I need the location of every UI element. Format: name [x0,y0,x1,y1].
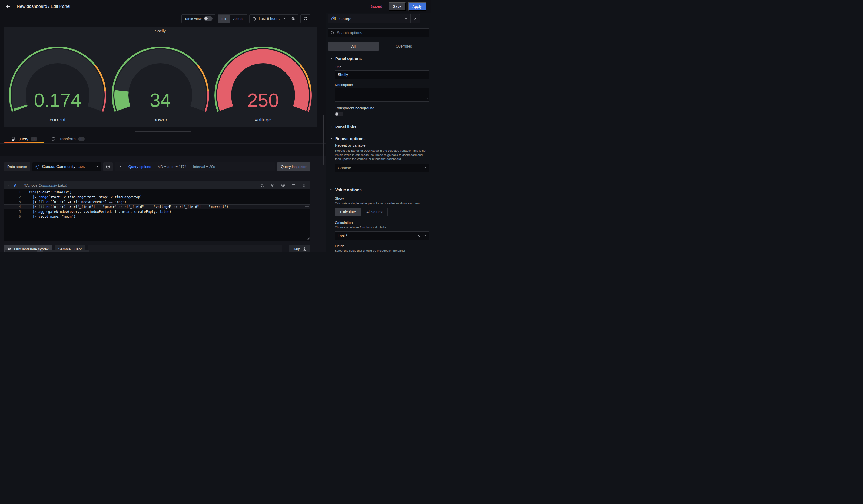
query-card-header[interactable]: A (Curious Community Labs) [4,181,310,189]
refresh-icon [303,16,308,21]
help-button[interactable]: Help [289,245,310,252]
calculation-select[interactable]: Last * [335,231,429,240]
transparent-background-label: Transparent background [335,106,429,110]
gauge-chart: 34power [109,35,212,124]
value-options-header[interactable]: Value options [328,187,429,192]
panel-options-title: Panel options [335,56,362,61]
actual-option[interactable]: Actual [229,15,247,23]
clipped-button[interactable] [43,250,89,252]
repeat-by-variable-desc: Repeat this panel for each value in the … [335,149,429,161]
panel-resize-handle[interactable] [135,131,191,132]
query-help-button[interactable] [259,183,266,187]
save-button[interactable]: Save [388,2,406,11]
flux-code-editor[interactable]: 1from(bucket: "shelly")2 |> range(start:… [4,189,310,241]
apply-button[interactable]: Apply [408,2,426,11]
query-editor-zone: Data source Curious Community Labs Query… [0,156,326,252]
gauge-label: voltage [255,117,271,123]
info-circle-icon [302,247,307,251]
edit-panel-main: Table view Fill Actual Last 6 hours [0,13,326,252]
panel-title: Shelly [4,27,316,35]
fill-option[interactable]: Fill [218,15,229,23]
filter-all[interactable]: All [328,42,379,51]
overview-ruler-mark [305,206,309,207]
transparent-background-toggle[interactable] [335,112,343,116]
code-line[interactable]: 3 |> filter(fn: (r) => r["_measurement"]… [4,200,310,204]
collapse-pane-button[interactable] [410,14,420,23]
toggle-visibility-button[interactable] [279,183,287,187]
code-line[interactable]: 6 |> yield(name: "mean") [4,214,310,219]
tab-query[interactable]: Query 1 [4,134,44,143]
back-arrow-icon [5,4,11,9]
clipped-button[interactable] [5,250,37,252]
chevron-right-icon[interactable] [119,165,122,168]
main-scrollbar-thumb[interactable] [323,115,324,165]
show-mode-group: Calculate All values [335,207,388,216]
clock-icon [252,17,256,21]
repeat-options-header[interactable]: Repeat options [328,136,429,141]
zoom-out-icon [291,16,296,21]
value-options-title: Value options [335,187,362,192]
gauge-row: 0.174current34power250voltage [4,35,316,125]
show-calculate[interactable]: Calculate [335,208,361,216]
query-card: A (Curious Community Labs) 1from(bucket:… [4,181,310,241]
panel-description-input[interactable] [335,88,429,102]
table-view-toggle[interactable] [204,16,213,21]
gauge-viz-icon: 79 [331,16,337,22]
drag-handle[interactable] [300,183,307,187]
datasource-help-button[interactable] [103,162,113,171]
datasource-picker[interactable]: Curious Community Labs [33,162,101,171]
zoom-out-button[interactable] [288,15,298,23]
code-lines: 1from(bucket: "shelly")2 |> range(start:… [4,190,310,219]
query-options-link[interactable]: Query options [128,165,151,169]
panel-links-header[interactable]: Panel links [328,124,429,129]
gauge-panel[interactable]: Shelly 0.174current34power250voltage [4,27,317,127]
search-options-input[interactable] [328,28,429,37]
gauge-voltage: 250voltage [212,35,314,125]
show-desc: Calculate a single value per column or s… [335,201,429,206]
editor-resize-grip[interactable] [307,237,310,240]
code-line[interactable]: 1from(bucket: "shelly") [4,190,310,195]
repeat-by-variable-label: Repeat by variable [335,143,429,147]
textarea-resize-grip[interactable] [426,98,428,100]
delete-query-button[interactable] [290,183,297,187]
code-line[interactable]: 5 |> aggregateWindow(every: v.windowPeri… [4,209,310,214]
gauge-chart: 0.174current [6,35,109,124]
database-icon [11,137,15,141]
panel-title-input[interactable] [335,70,429,79]
code-line[interactable]: 2 |> range(start: v.timeRangeStart, stop… [4,195,310,200]
time-range-label: Last 6 hours [259,16,279,21]
show-all-values[interactable]: All values [361,208,387,216]
calculation-desc: Choose a reducer function / calculation [335,226,429,230]
chevron-down-icon [404,17,408,21]
time-range-picker[interactable]: Last 6 hours [250,16,288,21]
duplicate-query-button[interactable] [269,183,276,187]
discard-button[interactable]: Discard [365,2,386,11]
code-line[interactable]: 4 |> filter(fn: (r) => r["_field"] == "p… [4,204,310,209]
refresh-button[interactable] [301,15,310,23]
gauge-chart: 250voltage [212,35,314,124]
options-filter-tabs: All Overrides [328,42,429,51]
footer-filler [88,245,282,252]
influxdb-icon [35,164,40,169]
back-button[interactable] [4,2,12,11]
panel-links-title: Panel links [335,125,357,129]
gauge-label: power [153,117,167,123]
query-datasource-hint: (Curious Community Labs) [24,183,67,187]
gauge-power: 34power [109,35,212,125]
tab-transform[interactable]: Transform 0 [45,134,91,143]
filter-overrides[interactable]: Overrides [379,42,429,51]
transform-icon [51,137,55,141]
query-inspector-button[interactable]: Query inspector [277,162,310,171]
panel-options-header[interactable]: Panel options [328,56,429,61]
repeat-variable-value: Choose [338,166,423,170]
visualization-name: Gauge [339,16,401,21]
visualization-select[interactable]: 79 Gauge [328,14,410,23]
svg-text:79: 79 [333,18,335,20]
chevron-down-icon [423,234,426,237]
visualization-picker: 79 Gauge [328,14,420,23]
collapse-chevron-icon[interactable] [7,184,11,187]
fill-actual-group: Fill Actual [218,14,247,23]
repeat-variable-select[interactable]: Choose [335,164,429,172]
editor-tabs: Query 1 Transform 0 [0,134,326,143]
clear-icon[interactable] [417,234,421,237]
